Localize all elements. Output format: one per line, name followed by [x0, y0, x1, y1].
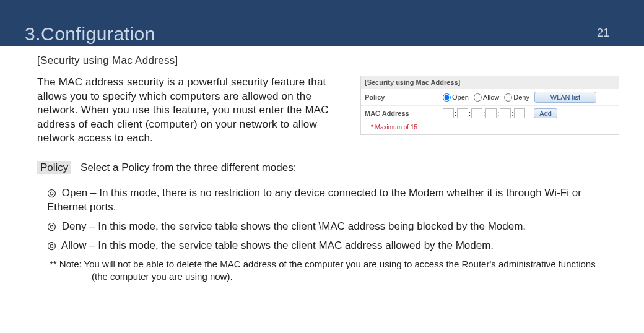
mac-security-panel: [Security using Mac Address] Policy Open… — [360, 76, 619, 135]
mac-sep: : — [497, 110, 499, 117]
mac-sep: : — [469, 110, 471, 117]
intro-row: The MAC address security is a powerful s… — [37, 76, 619, 145]
policy-chip: Policy — [37, 161, 71, 174]
policy-controls: Open Allow Deny WLAN list — [443, 92, 615, 103]
mode-allow-text: Allow – In this mode, the service table … — [61, 240, 494, 251]
mode-open: ◎ Open – In this mode, there is no restr… — [47, 186, 607, 215]
mode-deny-text: Deny – In this mode, the service table s… — [62, 220, 526, 232]
radio-deny[interactable]: Deny — [504, 93, 529, 102]
mac-fields: : : : : : — [443, 108, 525, 118]
mode-open-text: Open – In this mode, there is no restric… — [47, 187, 581, 213]
intro-text: The MAC address security is a powerful s… — [37, 76, 347, 145]
mac-controls: : : : : : Add — [443, 108, 615, 118]
policy-row: Policy Open Allow Deny WLAN list — [361, 89, 619, 106]
mac-octet-2[interactable] — [457, 108, 468, 118]
footnote-cont: (the computer you are using now). — [92, 270, 607, 283]
policy-label: Policy — [365, 93, 439, 101]
panel-note: * Maximum of 15 — [361, 121, 619, 134]
page-number: 21 — [597, 27, 609, 40]
page-title: 3.Configuration — [25, 24, 155, 45]
radio-allow-input[interactable] — [474, 93, 482, 102]
bullet-icon: ◎ — [47, 220, 56, 234]
mac-sep: : — [455, 110, 456, 117]
mac-row: MAC Address : : : : : Add — [361, 106, 619, 121]
mac-label: MAC Address — [365, 110, 439, 117]
footnote: ** Note: You will not be able to delete … — [50, 258, 607, 270]
mac-sep: : — [511, 110, 513, 117]
policy-line: Policy Select a Policy from the three di… — [37, 162, 619, 174]
bullet-icon: ◎ — [47, 239, 56, 253]
mac-octet-1[interactable] — [443, 108, 454, 118]
bullet-icon: ◎ — [47, 186, 56, 201]
mode-deny: ◎ Deny – In this mode, the service table… — [47, 220, 607, 234]
wlan-list-button[interactable]: WLAN list — [534, 92, 596, 103]
mac-sep: : — [483, 110, 485, 117]
mac-octet-5[interactable] — [500, 108, 511, 118]
radio-open-input[interactable] — [443, 93, 451, 102]
policy-instruction: Select a Policy from the three different… — [80, 162, 296, 173]
radio-deny-label: Deny — [513, 93, 529, 101]
mac-octet-3[interactable] — [471, 108, 482, 118]
radio-open[interactable]: Open — [443, 93, 469, 102]
mac-octet-6[interactable] — [514, 108, 525, 118]
panel-title: [Security using Mac Address] — [361, 76, 619, 89]
radio-open-label: Open — [452, 93, 469, 101]
section-heading: [Security using Mac Address] — [37, 54, 619, 67]
page-header: 3.Configuration 21 — [0, 0, 644, 46]
modes-list: ◎ Open – In this mode, there is no restr… — [47, 186, 607, 283]
mac-octet-4[interactable] — [485, 108, 497, 118]
radio-allow-label: Allow — [483, 93, 499, 101]
radio-allow[interactable]: Allow — [474, 93, 499, 102]
page-content: [Security using Mac Address] The MAC add… — [0, 46, 644, 283]
add-button[interactable]: Add — [534, 108, 557, 118]
radio-deny-input[interactable] — [504, 93, 512, 102]
mode-allow: ◎ Allow – In this mode, the service tabl… — [47, 239, 607, 253]
